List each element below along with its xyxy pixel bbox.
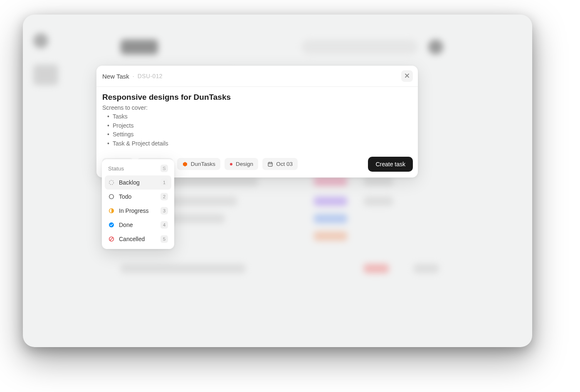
dashed-circle-icon	[108, 179, 115, 186]
tag-chip[interactable]: Design	[225, 158, 258, 170]
list-item: Task & Project details	[105, 139, 411, 148]
keyboard-shortcut-badge: S	[160, 165, 168, 172]
option-number-badge: 2	[160, 193, 168, 200]
dropdown-header: Status S	[105, 162, 171, 175]
dot-icon	[230, 163, 233, 166]
chip-label: DunTasks	[191, 161, 215, 167]
cancel-icon	[108, 236, 115, 242]
half-circle-icon	[108, 207, 115, 214]
option-label: Todo	[119, 193, 131, 200]
dropdown-title: Status	[108, 165, 124, 172]
modal-title: New Task	[102, 73, 129, 80]
close-button[interactable]	[401, 70, 413, 82]
list-item: Projects	[105, 121, 411, 131]
modal-header: New Task · DSU-012	[96, 66, 418, 87]
option-number-badge: 4	[160, 221, 168, 229]
project-chip[interactable]: DunTasks	[177, 158, 220, 170]
svg-marker-3	[183, 162, 187, 166]
list-item: Settings	[105, 130, 411, 139]
status-option-backlog[interactable]: Backlog 1	[105, 175, 171, 190]
circle-icon	[108, 193, 115, 200]
option-label: Backlog	[119, 179, 140, 186]
task-id: DSU-012	[138, 73, 163, 79]
calendar-icon	[267, 161, 273, 167]
option-label: In Progress	[119, 207, 149, 214]
separator-dot: ·	[133, 73, 134, 79]
svg-point-10	[109, 195, 114, 199]
option-number-badge: 1	[160, 179, 168, 186]
list-item: Tasks	[105, 112, 411, 121]
hexagon-icon	[182, 161, 188, 167]
option-label: Cancelled	[119, 236, 145, 242]
option-number-badge: 5	[160, 235, 168, 243]
check-circle-icon	[108, 222, 115, 228]
app-window	[23, 15, 532, 347]
status-option-in-progress[interactable]: In Progress 3	[105, 204, 171, 218]
task-title-input[interactable]: Responsive designs for DunTasks	[102, 93, 411, 102]
option-label: Done	[119, 222, 133, 228]
date-chip[interactable]: Oct 03	[262, 158, 298, 170]
blurred-background	[23, 15, 532, 347]
modal-body: Responsive designs for DunTasks Screens …	[96, 87, 418, 153]
svg-rect-5	[268, 163, 272, 166]
create-task-button[interactable]: Create task	[368, 157, 413, 172]
option-number-badge: 3	[160, 207, 168, 214]
svg-point-9	[109, 180, 114, 185]
svg-line-14	[110, 237, 113, 240]
svg-point-4	[230, 163, 232, 165]
status-option-cancelled[interactable]: Cancelled 5	[105, 232, 171, 246]
task-description-intro[interactable]: Screens to cover:	[102, 104, 411, 111]
status-option-done[interactable]: Done 4	[105, 218, 171, 232]
status-option-todo[interactable]: Todo 2	[105, 190, 171, 204]
task-description-list[interactable]: Tasks Projects Settings Task & Project d…	[102, 112, 411, 148]
chip-label: Design	[236, 161, 253, 167]
close-icon	[405, 72, 410, 80]
status-dropdown: Status S Backlog 1 Todo 2 In Progress 3 …	[102, 159, 174, 249]
chip-label: Oct 03	[276, 161, 293, 167]
